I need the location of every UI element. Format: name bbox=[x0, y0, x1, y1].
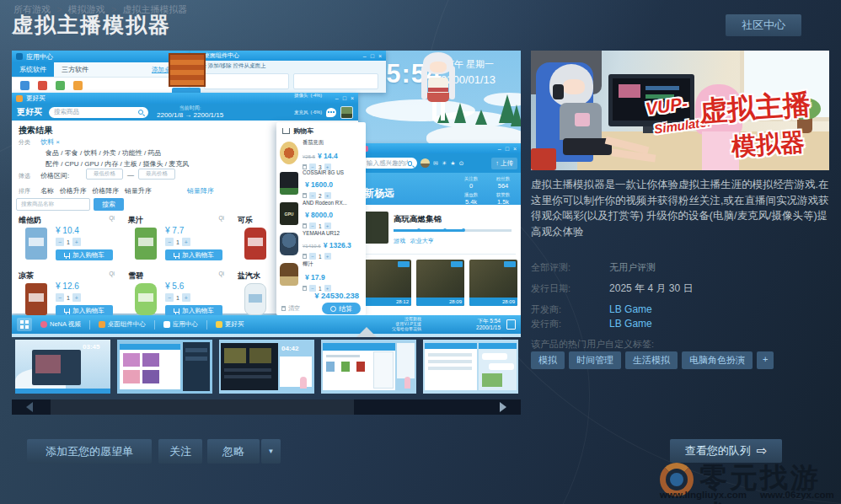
app-center-title: 应用中心 bbox=[26, 52, 53, 62]
chibi-character bbox=[421, 51, 455, 125]
qty-minus-button: − bbox=[165, 238, 174, 246]
product-image bbox=[244, 228, 266, 260]
widget-center-window: 桌面组件中心 –□× 双击 添加/移除 控件从桌面上 bbox=[190, 51, 386, 93]
thumbnail-1[interactable]: 03:45 bbox=[15, 340, 110, 394]
main-screenshot[interactable]: 05:54 下午 星期一 2200/01/13 应用中心 –□× 系统软件 三方… bbox=[12, 51, 521, 337]
coin-icon bbox=[330, 306, 336, 312]
cart-title: 购物车 bbox=[293, 126, 313, 136]
shop-user-avatar bbox=[340, 106, 353, 119]
thumb-art bbox=[224, 368, 271, 372]
tag-more-button[interactable]: + bbox=[757, 351, 774, 369]
close-icon: × bbox=[351, 95, 354, 101]
thumb-art bbox=[482, 353, 507, 360]
shop-app-icon bbox=[16, 95, 23, 102]
shop-search-input: 搜索商品 bbox=[49, 107, 148, 118]
upload-arrow-icon: ↑ bbox=[495, 159, 499, 167]
thumb-art bbox=[373, 351, 394, 389]
thumbnail-strip: 03:45 04:42 bbox=[12, 340, 521, 395]
app-icon bbox=[20, 81, 29, 90]
review-label: 全部评测: bbox=[531, 261, 607, 274]
video-item-title: 高玩高燃集锦 bbox=[394, 214, 442, 225]
left-arrow-icon bbox=[26, 402, 33, 412]
cart-item-image bbox=[280, 263, 298, 286]
game-capsule: VUP- Simulator 虚拟主播 模拟器 bbox=[531, 51, 829, 170]
thumb-art bbox=[482, 373, 502, 387]
video-stats: 关注数0 粉丝数564 播放数5.4k 获赞数1.5k bbox=[457, 176, 517, 206]
thumb-art bbox=[425, 343, 477, 349]
trash-icon bbox=[303, 193, 307, 198]
review-value: 无用户评测 bbox=[609, 262, 656, 272]
add-to-wishlist-button[interactable]: 添加至您的愿望单 bbox=[27, 439, 152, 464]
video-caption: 28:09 bbox=[469, 298, 517, 306]
maximize-icon: □ bbox=[343, 95, 346, 101]
qty-plus-button: + bbox=[182, 238, 190, 246]
app-center-icon bbox=[163, 321, 170, 328]
thumbnail-4-selected[interactable] bbox=[321, 340, 416, 394]
follow-button[interactable]: 关注 bbox=[158, 439, 202, 464]
popularity-icon: Qi bbox=[110, 215, 115, 226]
watermark-url-right: www.06zyx.com bbox=[760, 490, 834, 500]
video-time-chip bbox=[451, 261, 463, 267]
tags-row: 模拟 时间管理 生活模拟 电脑角色扮演 + bbox=[531, 351, 774, 369]
thumbnail-scrollbar-thumb[interactable] bbox=[51, 399, 354, 415]
qty-minus-button: − bbox=[309, 253, 316, 260]
tag-simulation[interactable]: 模拟 bbox=[531, 351, 565, 369]
price-min-input: 最低价格 bbox=[86, 169, 123, 180]
product-search-input: 搜索商品名称 bbox=[16, 198, 90, 211]
ignore-dropdown-button[interactable]: ▼ bbox=[261, 439, 281, 464]
cart-item-image bbox=[280, 233, 298, 255]
product-card: 维他奶Qi ¥ 10.4 −1+ 加入购物车 bbox=[19, 215, 121, 267]
product-card: 果汁Qi ¥ 7.7 −1+ 加入购物车 bbox=[128, 215, 231, 267]
start-button-icon bbox=[17, 318, 32, 331]
trash-icon bbox=[303, 254, 307, 259]
video-caption: 28:09 bbox=[416, 298, 464, 306]
add-to-cart-button: 加入购物车 bbox=[56, 249, 113, 260]
product-image bbox=[135, 283, 157, 315]
thumb-art bbox=[341, 362, 350, 372]
mail-icon: ✉ bbox=[433, 160, 438, 167]
thumb-art bbox=[142, 353, 159, 367]
cart-item-image-gpu: GPU bbox=[280, 202, 298, 225]
cart-item: 椰汁 ¥ 17.9 −1+ bbox=[280, 260, 362, 291]
thumb-art bbox=[224, 348, 246, 363]
search-icon bbox=[138, 110, 143, 115]
sort-active-option: 销量降序 bbox=[187, 186, 214, 196]
app-icon bbox=[73, 81, 83, 90]
taskbar-separator bbox=[154, 320, 155, 330]
qty-plus-button: + bbox=[182, 293, 190, 302]
product-image bbox=[25, 228, 47, 260]
minimize-icon: – bbox=[363, 53, 367, 59]
cart-icon bbox=[174, 253, 179, 257]
video-grid-card: 28:09 bbox=[469, 260, 517, 306]
close-icon: × bbox=[378, 53, 382, 59]
qty-plus-button: + bbox=[72, 238, 81, 246]
thumbnail-next-button[interactable] bbox=[485, 399, 521, 415]
price-dash: — bbox=[127, 171, 134, 179]
thumbnail-prev-button[interactable] bbox=[12, 399, 47, 415]
video-time-chip bbox=[504, 261, 516, 267]
thumbnail-2[interactable] bbox=[117, 340, 212, 394]
thumb-art bbox=[224, 375, 271, 378]
trash-icon bbox=[303, 286, 307, 291]
widget-center-hint: 双击 添加/移除 控件从桌面上 bbox=[190, 61, 386, 72]
app-center-icon bbox=[16, 53, 23, 60]
publisher-label: 发行商: bbox=[531, 318, 607, 330]
qty-plus-button: + bbox=[324, 253, 331, 260]
tag-life-sim[interactable]: 生活模拟 bbox=[625, 351, 678, 369]
developer-link[interactable]: LB Game bbox=[609, 303, 652, 315]
video-caption: 28:12 bbox=[363, 298, 411, 306]
community-hub-button[interactable]: 社区中心 bbox=[726, 14, 801, 36]
ignore-button[interactable]: 忽略 bbox=[207, 439, 260, 464]
thumb-art bbox=[185, 348, 207, 352]
tag-time-management[interactable]: 时间管理 bbox=[569, 351, 621, 369]
price-max-input: 最高价格 bbox=[138, 169, 175, 180]
tag-pc-rpg[interactable]: 电脑角色扮演 bbox=[682, 351, 753, 369]
thumbnail-3[interactable]: 04:42 bbox=[219, 340, 314, 394]
thumbnail-5[interactable] bbox=[423, 340, 518, 394]
taskbar-notifications: 没有新税 使用V.I.P支援 父母给你零花钱 bbox=[371, 317, 421, 331]
qty-minus-button: − bbox=[165, 293, 174, 302]
view-queue-button[interactable]: 查看您的队列 ⇨ bbox=[670, 439, 782, 463]
publisher-link[interactable]: LB Game bbox=[609, 318, 652, 330]
thumb-art bbox=[185, 357, 207, 361]
chibi-skirt bbox=[427, 93, 449, 102]
